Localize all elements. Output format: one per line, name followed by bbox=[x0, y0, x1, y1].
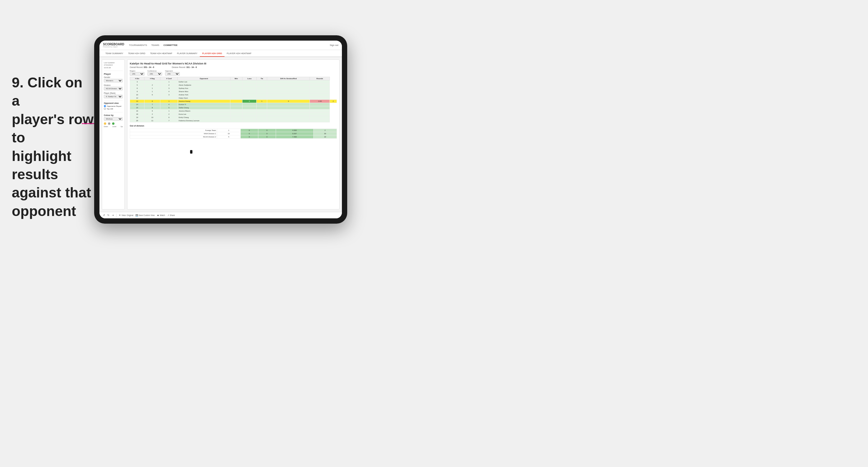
conference-label: Conference bbox=[147, 70, 162, 72]
gender-select[interactable]: Women's bbox=[104, 79, 123, 83]
subnav-team-h2h-heatmap[interactable]: TEAM H2H HEATMAP bbox=[148, 50, 175, 57]
colour-by-title: Colour by bbox=[104, 114, 123, 116]
annotation-text: 9. Click on aplayer's row tohighlight re… bbox=[12, 73, 94, 220]
player-section-title: Player bbox=[104, 73, 123, 75]
share-icon: ↗ bbox=[167, 214, 169, 217]
opponent-label: Opponent bbox=[165, 70, 180, 72]
table-row[interactable]: 16 9 1 Jessica Mason bbox=[130, 110, 337, 113]
opponents-played-radio[interactable]: Opponents Played bbox=[104, 105, 123, 107]
ood-row[interactable]: NCAA Division 2 5 0 0 7.400 10 bbox=[130, 135, 337, 138]
subnav-player-h2h-grid[interactable]: PLAYER H2H GRID bbox=[200, 50, 224, 57]
opponent-filter-group: Opponent (All) bbox=[165, 70, 180, 75]
data-table: # Div # Reg # Conf Opponent Win Loss Tie… bbox=[130, 77, 337, 122]
subnav-team-h2h-grid[interactable]: TEAM H2H GRID bbox=[126, 50, 148, 57]
nav-tournaments[interactable]: TOURNAMENTS bbox=[129, 43, 147, 47]
col-header-opponent: Opponent bbox=[178, 77, 230, 80]
filters-row: Region (All) Conference (All) Opponent bbox=[130, 70, 337, 75]
col-header-loss: Loss bbox=[243, 77, 256, 80]
table-row[interactable]: 3 1 Esther Lee bbox=[130, 80, 337, 84]
bottom-toolbar: ↺ ↻ ⇥ 👁 View: Original 💾 Save Custom Vie… bbox=[99, 212, 342, 218]
table-row[interactable]: 9 1 4 Sharon Mun bbox=[130, 90, 337, 93]
share-btn[interactable]: ↗ Share bbox=[167, 214, 175, 217]
col-header-win: Win bbox=[230, 77, 242, 80]
out-of-division-table: Foreign Team 1 0 0 4.500 2 NAIA Division… bbox=[130, 129, 337, 138]
gender-label: Gender bbox=[104, 76, 123, 78]
table-row[interactable]: 12 Haeju Hyun bbox=[130, 96, 337, 100]
subnav-player-h2h-heatmap[interactable]: PLAYER H2H HEATMAP bbox=[224, 50, 254, 57]
opponent-select[interactable]: (All) bbox=[165, 72, 180, 75]
grid-records: Overall Record: 353 - 34 - 6 Division Re… bbox=[130, 66, 337, 68]
nav-committee[interactable]: COMMITTEE bbox=[163, 43, 178, 47]
view-original-btn[interactable]: 👁 View: Original bbox=[119, 214, 133, 216]
subnav-team-summary[interactable]: TEAM SUMMARY bbox=[103, 50, 126, 57]
logo: SCOREBOARD Powered by clippd bbox=[103, 43, 124, 48]
ood-row[interactable]: Foreign Team 1 0 0 4.500 2 bbox=[130, 129, 337, 132]
tablet-screen: SCOREBOARD Powered by clippd TOURNAMENTS… bbox=[99, 41, 342, 218]
toolbar-separator bbox=[116, 214, 117, 217]
subnav: TEAM SUMMARY TEAM H2H GRID TEAM H2H HEAT… bbox=[99, 50, 342, 57]
save-icon: 💾 bbox=[136, 214, 138, 217]
table-row[interactable]: 20 11 7 Federica Domecq Lacroze bbox=[130, 119, 337, 122]
down-dot bbox=[104, 122, 106, 125]
table-row[interactable]: 10 6 3 Andrea York bbox=[130, 93, 337, 96]
col-header-conf: # Conf bbox=[160, 77, 178, 80]
col-header-reg: # Reg bbox=[145, 77, 160, 80]
legend-dots bbox=[104, 122, 123, 125]
conference-select[interactable]: (All) bbox=[147, 72, 162, 75]
right-panel: Katelyn Vo Head-to-Head Grid for Women's… bbox=[127, 59, 340, 210]
watch-btn[interactable]: ⏺ Watch bbox=[157, 214, 165, 216]
col-header-rounds: Rounds bbox=[310, 77, 330, 80]
player-rank-select[interactable]: 8. Katelyn Vo bbox=[104, 95, 123, 98]
sign-out-button[interactable]: Sign out bbox=[330, 44, 338, 46]
division-label: Division bbox=[104, 84, 123, 86]
up-dot bbox=[112, 122, 115, 125]
table-row[interactable]: 19 10 6 Emily Chang bbox=[130, 116, 337, 119]
region-select[interactable]: (All) bbox=[130, 72, 145, 75]
navbar: SCOREBOARD Powered by clippd TOURNAMENTS… bbox=[99, 41, 342, 50]
table-row[interactable]: 18 2 2 Euna Lee bbox=[130, 113, 337, 116]
level-dot bbox=[108, 122, 110, 125]
eye-icon: 👁 bbox=[119, 214, 121, 216]
subnav-player-summary[interactable]: PLAYER SUMMARY bbox=[175, 50, 200, 57]
out-of-division-header: Out of division bbox=[130, 125, 337, 127]
col-header-tie: Tie bbox=[256, 77, 267, 80]
undo-icon[interactable]: ↺ bbox=[103, 214, 105, 217]
watch-icon: ⏺ bbox=[157, 214, 159, 216]
legend-labels: Down Level Up bbox=[104, 126, 123, 127]
region-filter-group: Region (All) bbox=[130, 70, 145, 75]
top-100-radio[interactable]: Top 100 bbox=[104, 108, 123, 110]
table-row[interactable]: 14 7 4 Eunice Yi bbox=[130, 103, 337, 106]
player-rank-label: Player (Rank) bbox=[104, 92, 123, 94]
table-row[interactable]: 15 8 5 Stella Cheng bbox=[130, 106, 337, 110]
grid-title: Katelyn Vo Head-to-Head Grid for Women's… bbox=[130, 62, 337, 65]
redo-icon[interactable]: ↻ bbox=[107, 214, 110, 217]
last-updated: Last Updated: 27/03/2024 16:55:38 bbox=[104, 62, 123, 69]
nav-links: TOURNAMENTS TEAMS COMMITTEE bbox=[129, 43, 330, 47]
tablet-frame: SCOREBOARD Powered by clippd TOURNAMENTS… bbox=[94, 35, 347, 224]
left-panel: Last Updated: 27/03/2024 16:55:38 Player… bbox=[102, 59, 125, 210]
region-label: Region bbox=[130, 70, 145, 72]
ood-row[interactable]: NAIA Division 1 15 0 0 9.267 30 bbox=[130, 132, 337, 135]
forward-icon[interactable]: ⇥ bbox=[112, 214, 114, 217]
opponent-view-title: Opponent view bbox=[104, 102, 123, 104]
division-select[interactable]: NCAA Division III bbox=[104, 87, 123, 90]
main-content: Last Updated: 27/03/2024 16:55:38 Player… bbox=[99, 57, 342, 212]
table-row-selected[interactable]: 13 6 1 Jessica Huang 0 1 0 -3.00 2 bbox=[130, 100, 337, 103]
colour-by-select[interactable]: Win/loss bbox=[104, 117, 123, 121]
save-custom-btn[interactable]: 💾 Save Custom View bbox=[136, 214, 155, 217]
table-row[interactable]: 5 2 2 Alexis Sudjianto bbox=[130, 84, 337, 87]
col-header-diff: Diff Av Strokes/Rnd bbox=[267, 77, 310, 80]
table-row[interactable]: 6 1 3 Sydney Kuo bbox=[130, 87, 337, 90]
conference-filter-group: Conference (All) bbox=[147, 70, 162, 75]
nav-teams[interactable]: TEAMS bbox=[151, 43, 159, 47]
tablet-button bbox=[190, 150, 192, 154]
col-header-div: # Div bbox=[130, 77, 145, 80]
